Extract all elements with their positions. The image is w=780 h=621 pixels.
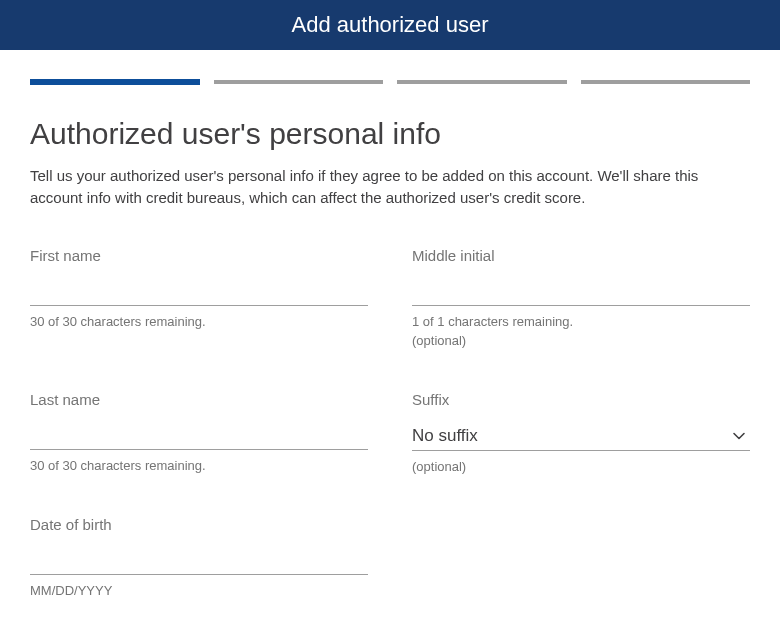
suffix-select[interactable]: No suffix <box>412 426 750 451</box>
page-title: Authorized user's personal info <box>30 117 750 151</box>
progress-indicator <box>30 80 750 85</box>
middle-initial-helper: 1 of 1 characters remaining. (optional) <box>412 312 750 351</box>
page-description: Tell us your authorized user's personal … <box>30 165 750 209</box>
first-name-label: First name <box>30 247 368 264</box>
date-of-birth-helper: MM/DD/YYYY <box>30 581 368 601</box>
progress-step-3 <box>397 80 567 84</box>
last-name-label: Last name <box>30 391 368 408</box>
content-area: Authorized user's personal info Tell us … <box>0 50 780 621</box>
suffix-label: Suffix <box>412 391 750 408</box>
middle-initial-field: Middle initial 1 of 1 characters remaini… <box>412 247 750 351</box>
last-name-helper: 30 of 30 characters remaining. <box>30 456 368 476</box>
date-of-birth-field: Date of birth MM/DD/YYYY <box>30 516 368 601</box>
last-name-field: Last name 30 of 30 characters remaining. <box>30 391 368 477</box>
chevron-down-icon <box>732 429 746 443</box>
first-name-field: First name 30 of 30 characters remaining… <box>30 247 368 351</box>
first-name-input[interactable] <box>30 282 368 306</box>
suffix-value: No suffix <box>412 426 478 446</box>
last-name-input[interactable] <box>30 426 368 450</box>
suffix-helper: (optional) <box>412 457 750 477</box>
date-of-birth-input[interactable] <box>30 551 368 575</box>
middle-initial-label: Middle initial <box>412 247 750 264</box>
suffix-field: Suffix No suffix (optional) <box>412 391 750 477</box>
middle-initial-input[interactable] <box>412 282 750 306</box>
header-title: Add authorized user <box>292 12 489 37</box>
progress-step-4 <box>581 80 751 84</box>
form: First name 30 of 30 characters remaining… <box>30 247 750 601</box>
date-of-birth-label: Date of birth <box>30 516 368 533</box>
page-header: Add authorized user <box>0 0 780 50</box>
progress-step-2 <box>214 80 384 84</box>
progress-step-1 <box>30 79 200 85</box>
first-name-helper: 30 of 30 characters remaining. <box>30 312 368 332</box>
